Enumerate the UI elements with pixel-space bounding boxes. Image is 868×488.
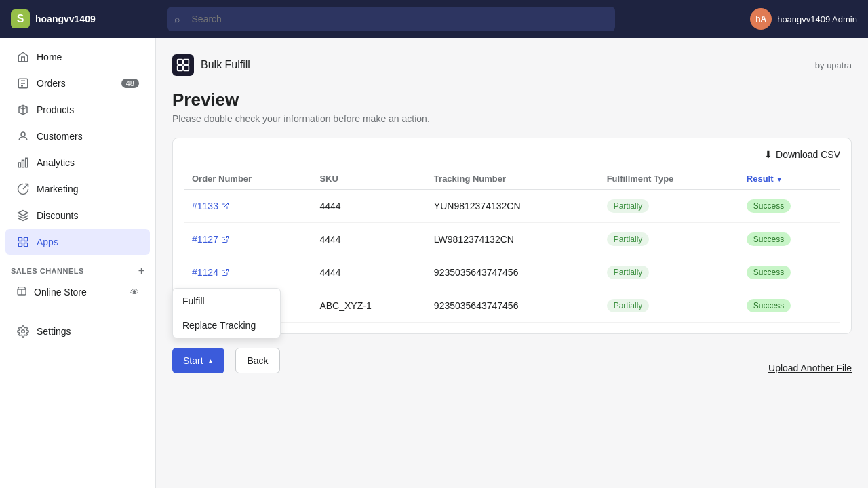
cell-sku: ABC_XYZ-1 [311, 289, 425, 323]
sidebar-item-apps[interactable]: Apps [5, 229, 150, 255]
search-icon: ⌕ [174, 14, 180, 24]
cell-sku: 4444 [311, 223, 425, 256]
svg-rect-7 [18, 243, 22, 247]
sidebar-item-orders[interactable]: Orders 48 [5, 70, 150, 96]
svg-rect-12 [178, 66, 183, 71]
sidebar: Home Orders 48 Products Customers [0, 38, 156, 488]
app-by: by upatra [815, 60, 852, 70]
cell-fulfillment-type: Partially [599, 289, 738, 323]
cell-order-number: #1133 [184, 190, 311, 223]
orders-icon [16, 77, 30, 90]
chevron-up-icon: ▲ [208, 357, 214, 365]
sidebar-item-online-store[interactable]: Online Store 👁 [5, 280, 150, 304]
table-row: #1127 4444 LW9812374132CN Partially Succ… [184, 223, 840, 256]
cell-tracking-number: LW9812374132CN [426, 223, 599, 256]
main-content: Bulk Fulfill by upatra Preview Please do… [156, 38, 868, 488]
sidebar-item-label: Analytics [37, 157, 75, 168]
orders-badge: 48 [121, 79, 139, 88]
discounts-icon [16, 209, 30, 222]
sidebar-item-customers[interactable]: Customers [5, 123, 150, 149]
cell-result: Success [738, 190, 840, 223]
download-csv-link[interactable]: ⬇ Download CSV [764, 149, 840, 160]
sidebar-item-settings[interactable]: Settings [5, 319, 150, 344]
settings-icon [16, 325, 30, 338]
upload-another-button[interactable]: Upload Another File [768, 363, 852, 373]
download-csv-label: Download CSV [776, 149, 840, 160]
cell-order-number: #1124 [184, 256, 311, 289]
sidebar-item-label: Marketing [37, 184, 78, 195]
col-tracking-number: Tracking Number [426, 168, 599, 190]
sales-channels-section: SALES CHANNELS + [0, 260, 155, 279]
svg-rect-13 [184, 66, 189, 71]
order-link[interactable]: #1133 [192, 201, 303, 211]
user-menu[interactable]: hA hoangvv1409 Admin [750, 8, 857, 30]
col-fulfillment-type: Fulfillment Type [599, 168, 738, 190]
cell-tracking-number: 9235035643747456 [426, 289, 599, 323]
svg-line-15 [224, 237, 229, 241]
order-link[interactable]: #1124 [192, 267, 303, 278]
cell-result: Success [738, 256, 840, 289]
cell-order-number: #1127 [184, 223, 311, 256]
sidebar-item-home[interactable]: Home [5, 44, 150, 70]
brand[interactable]: S hoangvv1409 [11, 9, 96, 28]
svg-line-14 [224, 203, 229, 207]
back-button[interactable]: Back [235, 348, 279, 373]
app-header: Bulk Fulfill by upatra [172, 54, 852, 76]
page-heading: Preview Please double check your informa… [172, 89, 852, 124]
table-row: #1133 4444 YUN9812374132CN Partially Suc… [184, 190, 840, 223]
order-link[interactable]: #1127 [192, 234, 303, 245]
sidebar-item-label: Products [37, 104, 74, 115]
preview-table: Order Number SKU Tracking Number Fulfill… [184, 168, 840, 323]
svg-rect-4 [26, 158, 28, 167]
sidebar-item-label: Apps [37, 237, 58, 247]
cell-sku: 4444 [311, 256, 425, 289]
online-store-label: Online Store [34, 287, 87, 298]
analytics-icon [16, 156, 30, 169]
sidebar-item-label: Orders [37, 78, 66, 89]
svg-point-1 [21, 132, 25, 136]
sidebar-item-discounts[interactable]: Discounts [5, 203, 150, 228]
svg-line-16 [224, 270, 229, 274]
home-icon [16, 50, 30, 64]
app-icon [172, 54, 194, 76]
svg-point-9 [22, 330, 25, 333]
marketing-icon [16, 182, 30, 196]
svg-rect-11 [184, 60, 189, 65]
brand-name: hoangvv1409 [35, 14, 96, 24]
cell-result: Success [738, 223, 840, 256]
cell-fulfillment-type: Partially [599, 223, 738, 256]
table-row: #1118 ABC_XYZ-1 9235035643747456 Partial… [184, 289, 840, 323]
cell-tracking-number: YUN9812374132CN [426, 190, 599, 223]
cell-fulfillment-type: Partially [599, 256, 738, 289]
sales-channels-label: SALES CHANNELS [11, 267, 84, 275]
cell-tracking-number: 9235035643747456 [426, 256, 599, 289]
dropdown-item-fulfill[interactable]: Fulfill [173, 289, 280, 313]
user-name: hoangvv1409 Admin [777, 14, 857, 24]
start-label: Start [183, 355, 203, 366]
sidebar-item-marketing[interactable]: Marketing [5, 176, 150, 202]
shopify-icon: S [11, 9, 30, 28]
sidebar-item-label: Discounts [37, 210, 78, 221]
cell-result: Success [738, 289, 840, 323]
action-row: Fulfill Replace Tracking Start ▲ Back Up… [172, 348, 852, 373]
add-sales-channel-button[interactable]: + [138, 266, 144, 277]
sidebar-item-products[interactable]: Products [5, 97, 150, 123]
page-title: Preview [172, 89, 852, 110]
top-navigation: S hoangvv1409 ⌕ hA hoangvv1409 Admin [0, 0, 868, 38]
col-order-number: Order Number [184, 168, 311, 190]
cell-sku: 4444 [311, 190, 425, 223]
sidebar-item-label: Home [37, 52, 62, 62]
apps-icon [16, 235, 30, 249]
start-button[interactable]: Start ▲ [172, 348, 224, 373]
search-input[interactable] [167, 7, 615, 31]
dropdown-menu: Fulfill Replace Tracking [172, 288, 281, 338]
products-icon [16, 103, 30, 117]
sidebar-item-analytics[interactable]: Analytics [5, 150, 150, 176]
search-bar: ⌕ [167, 7, 615, 31]
download-icon: ⬇ [764, 149, 772, 160]
settings-label: Settings [37, 326, 71, 337]
dropdown-item-replace-tracking[interactable]: Replace Tracking [173, 313, 280, 338]
cell-fulfillment-type: Partially [599, 190, 738, 223]
svg-rect-2 [18, 163, 20, 167]
action-left: Fulfill Replace Tracking Start ▲ Back [172, 348, 280, 373]
